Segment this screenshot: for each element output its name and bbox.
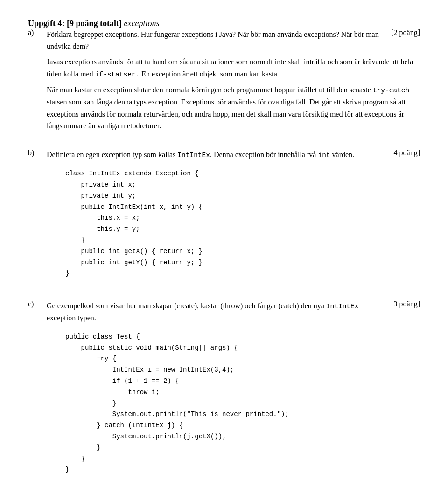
section-a-p1-code: if-statser. bbox=[95, 71, 140, 78]
section-b-q-code2: int bbox=[318, 152, 330, 159]
section-c-code: public class Test { public static void m… bbox=[65, 332, 420, 476]
section-c-question: Ge exempelkod som visar hur man skapar (… bbox=[47, 300, 382, 324]
section-a-question: Förklara begreppet exceptions. Hur funge… bbox=[47, 28, 382, 52]
section-b-q-code1: IntIntEx bbox=[177, 152, 210, 159]
section-a-content: Förklara begreppet exceptions. Hur funge… bbox=[47, 28, 420, 136]
section-c-content: Ge exempelkod som visar hur man skapar (… bbox=[47, 300, 420, 483]
section-b-content: Definiera en egen exception typ som kall… bbox=[47, 149, 420, 287]
section-a-p2-text: När man kastar en exception slutar den n… bbox=[47, 86, 373, 94]
section-a-label: a) bbox=[28, 28, 47, 37]
section-a-p1-end: En exception är ett objekt som man kan k… bbox=[140, 70, 279, 78]
section-b-code: class IntIntEx extends Exception { priva… bbox=[65, 168, 420, 279]
title-topic: exceptions bbox=[124, 19, 160, 28]
section-c: c) Ge exempelkod som visar hur man skapa… bbox=[28, 300, 420, 483]
section-c-q-text1: Ge exempelkod som visar hur man skapar (… bbox=[47, 302, 326, 310]
section-c-q-code: IntIntEx bbox=[326, 303, 359, 310]
page-title: Uppgift 4: [9 poäng totalt] exceptions bbox=[28, 19, 420, 28]
section-a-p2-code: try-catch bbox=[373, 87, 409, 94]
section-b-q-text2: . Denna exception bör innehålla två bbox=[210, 151, 318, 159]
section-b-q-text1: Definiera en egen exception typ som kall… bbox=[47, 151, 177, 159]
title-points: [9 poäng totalt] bbox=[67, 19, 122, 28]
section-c-points: [3 poäng] bbox=[391, 300, 420, 308]
section-a-paragraph1: Javas exceptions används för att ta hand… bbox=[47, 56, 420, 80]
section-a: a) Förklara begreppet exceptions. Hur fu… bbox=[28, 28, 420, 136]
section-b-question: Definiera en egen exception typ som kall… bbox=[47, 149, 354, 161]
section-a-paragraph2: När man kastar en exception slutar den n… bbox=[47, 84, 420, 132]
section-b: b) Definiera en egen exception typ som k… bbox=[28, 149, 420, 287]
section-b-q-text3: värden. bbox=[330, 151, 355, 159]
section-b-label: b) bbox=[28, 149, 47, 157]
section-c-q-text2: exception typen. bbox=[47, 314, 96, 322]
section-c-label: c) bbox=[28, 300, 47, 308]
title-prefix: Uppgift 4: bbox=[28, 19, 65, 28]
section-a-points: [2 poäng] bbox=[391, 28, 420, 37]
section-b-points: [4 poäng] bbox=[391, 149, 420, 157]
section-a-p2-end: statsen som kan fånga denna typs excepti… bbox=[47, 98, 406, 130]
